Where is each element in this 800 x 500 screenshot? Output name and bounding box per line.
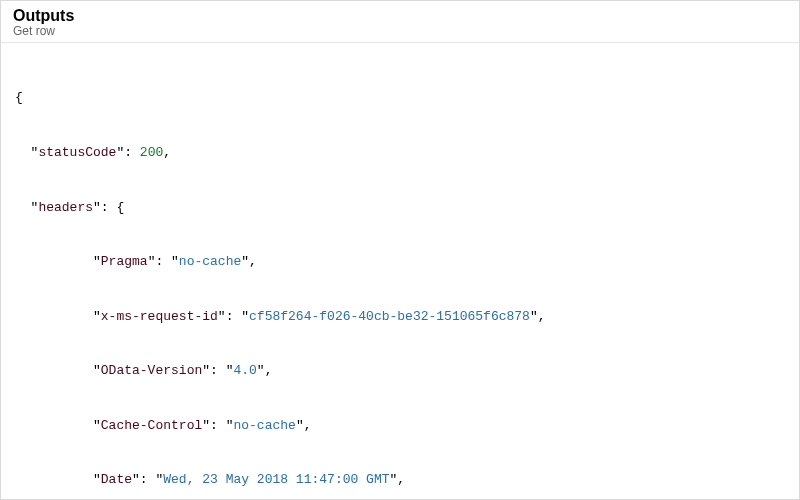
outputs-panel: Outputs Get row { "statusCode": 200, "he… bbox=[1, 1, 799, 499]
json-line-odataversion: "OData-Version": "4.0", bbox=[15, 362, 785, 380]
json-line-statuscode: "statusCode": 200, bbox=[15, 144, 785, 162]
json-output[interactable]: { "statusCode": 200, "headers": { "Pragm… bbox=[1, 43, 799, 499]
json-line-pragma: "Pragma": "no-cache", bbox=[15, 253, 785, 271]
panel-title: Outputs bbox=[13, 7, 787, 25]
json-line-date: "Date": "Wed, 23 May 2018 11:47:00 GMT", bbox=[15, 471, 785, 489]
panel-subtitle: Get row bbox=[13, 24, 787, 38]
json-open-brace: { bbox=[15, 89, 785, 107]
json-line-cachecontrol: "Cache-Control": "no-cache", bbox=[15, 417, 785, 435]
json-line-xmsrequestid: "x-ms-request-id": "cf58f264-f026-40cb-b… bbox=[15, 308, 785, 326]
panel-header: Outputs Get row bbox=[1, 1, 799, 43]
json-line-headers-open: "headers": { bbox=[15, 199, 785, 217]
